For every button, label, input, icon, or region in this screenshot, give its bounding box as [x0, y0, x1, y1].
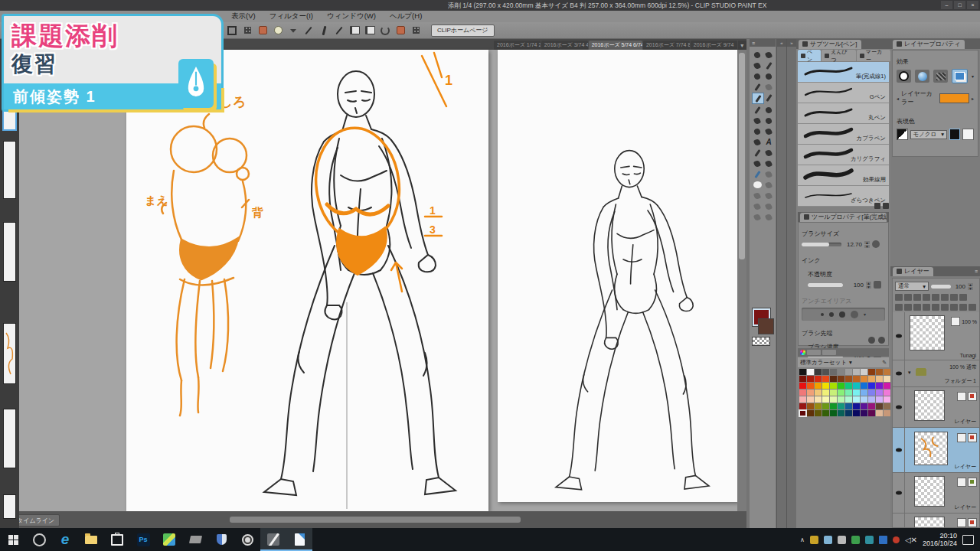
grid-icon[interactable] — [241, 24, 253, 37]
color-swatch[interactable] — [807, 410, 814, 416]
recorder-app-icon[interactable] — [234, 528, 260, 551]
volume-muted-icon[interactable]: ◁✕ — [905, 536, 917, 544]
color-swatch[interactable] — [884, 369, 890, 375]
minimize-button[interactable]: – — [941, 1, 952, 9]
color-swatch[interactable] — [822, 410, 829, 416]
color-swatch[interactable] — [868, 390, 875, 396]
color-swatch[interactable] — [815, 390, 822, 396]
extra-tool-icon[interactable] — [763, 201, 774, 211]
color-tab-icon[interactable] — [807, 350, 821, 355]
color-swatch[interactable] — [838, 369, 844, 375]
color-swatch[interactable] — [845, 396, 852, 403]
extra-tool-icon[interactable] — [752, 201, 763, 211]
layer-thumbnail[interactable] — [910, 315, 945, 350]
tray-icon[interactable] — [865, 536, 874, 544]
subtool-group-pencil[interactable]: えんぴつ — [822, 50, 856, 61]
extra-tool-icon[interactable] — [763, 180, 774, 190]
menu-window[interactable]: ウィンドウ(W) — [320, 11, 383, 22]
color-swatch[interactable] — [853, 376, 860, 382]
action-center-icon[interactable] — [962, 535, 974, 545]
color-swatch[interactable] — [822, 396, 829, 403]
airbrush-tool-icon[interactable] — [763, 105, 774, 115]
color-swatch[interactable] — [838, 396, 844, 403]
rectangle-tool-icon[interactable] — [752, 158, 763, 168]
color-swatch[interactable] — [868, 376, 875, 382]
color-swatch[interactable] — [876, 396, 883, 403]
layer-color-effect-icon[interactable] — [952, 69, 968, 83]
snap-icon[interactable] — [287, 24, 299, 37]
color-swatch[interactable] — [853, 390, 860, 396]
color-swatch[interactable] — [807, 390, 814, 396]
tray-icon[interactable] — [810, 536, 818, 544]
select-icon[interactable] — [226, 24, 238, 37]
tone-effect-icon[interactable] — [933, 70, 948, 83]
extra-tool-icon[interactable] — [763, 191, 774, 201]
mask-icon[interactable] — [950, 304, 958, 311]
ruler-snap-icon[interactable] — [318, 24, 330, 37]
color-swatch[interactable] — [861, 390, 867, 396]
wrench-icon[interactable] — [878, 337, 885, 344]
layer-row-selected[interactable]: レイヤー — [893, 428, 979, 473]
color-swatch[interactable] — [815, 369, 822, 375]
color-swatch[interactable] — [838, 390, 844, 396]
gray-app-icon[interactable] — [182, 528, 208, 551]
clip-layer-icon[interactable] — [923, 294, 930, 301]
canvas-hscrollbar[interactable] — [230, 517, 521, 523]
canvas-tab[interactable]: 2016ポーズ 7/74 8/74 — [643, 41, 690, 50]
color-swatch[interactable] — [884, 396, 890, 403]
color-swatch[interactable] — [799, 390, 806, 396]
tray-red-icon[interactable] — [893, 536, 900, 543]
layer-thumbnail[interactable] — [914, 390, 945, 421]
color-swatch[interactable] — [845, 403, 852, 409]
delete-layer-icon[interactable] — [941, 304, 949, 311]
tray-icon[interactable] — [851, 536, 860, 544]
opacity-spinner[interactable]: ▲▼ — [866, 282, 871, 289]
pencil-tool-icon[interactable] — [763, 93, 774, 103]
canvas-tab[interactable]: 2016ポーズ 3/74 4/74 — [541, 41, 588, 50]
start-button[interactable] — [0, 528, 26, 551]
color-swatch[interactable] — [799, 369, 806, 375]
clock[interactable]: 20:10 2016/10/24 — [923, 532, 957, 547]
brush-size-spinner[interactable]: ▲▼ — [864, 241, 870, 248]
page-next-icon[interactable] — [364, 24, 376, 37]
light-table-icon[interactable] — [272, 24, 284, 37]
layer-visible-icon[interactable] — [896, 491, 902, 495]
color-swatch[interactable] — [845, 410, 852, 416]
layer-thumbnail[interactable] — [914, 432, 948, 465]
color-swatch[interactable] — [830, 403, 837, 409]
color-swatch[interactable] — [815, 396, 822, 403]
color-wheel-icon[interactable] — [800, 350, 805, 355]
layer-color-menu-icon[interactable]: ▸ — [972, 96, 974, 101]
color-swatch[interactable] — [815, 383, 822, 389]
brush-item[interactable]: カブラペン — [798, 124, 889, 145]
color-swatch[interactable] — [884, 390, 890, 396]
brush-size-slider[interactable] — [802, 243, 841, 246]
menu-filter[interactable]: フィルター(I) — [263, 11, 320, 22]
material-icon[interactable] — [256, 24, 269, 37]
canvas-vscrollbar[interactable] — [737, 50, 746, 511]
color-swatch[interactable] — [838, 410, 844, 416]
black-on-swatch[interactable] — [949, 129, 961, 140]
color-swatch[interactable] — [838, 383, 844, 389]
color-swatch[interactable] — [799, 376, 806, 382]
color-swatch[interactable] — [807, 396, 814, 403]
brush-item[interactable]: 丸ペン — [798, 103, 889, 124]
color-swatch[interactable] — [876, 369, 883, 375]
blend-mode-select[interactable]: 通常▾ — [895, 282, 929, 291]
layer-opacity-slider[interactable] — [931, 285, 951, 289]
redo-icon[interactable] — [394, 24, 407, 37]
add-subtool-icon[interactable] — [874, 203, 880, 209]
layer-row[interactable]: レイヤー — [893, 387, 979, 428]
color-swatch[interactable] — [807, 376, 814, 382]
page-thumbnail[interactable] — [4, 223, 15, 281]
fill-tool-icon[interactable] — [752, 137, 763, 147]
paint-doc-taskbar-icon[interactable] — [286, 528, 312, 551]
ruler-icon[interactable] — [959, 304, 967, 311]
draft-layer-icon[interactable] — [941, 294, 949, 301]
figure-tool-icon[interactable] — [752, 148, 763, 158]
color-swatch[interactable] — [884, 403, 890, 409]
photoshop-icon[interactable]: Ps — [130, 528, 156, 551]
tool-property-tab[interactable]: ツールプロパティ[筆(完成線1)] — [800, 213, 887, 222]
color-swatch[interactable] — [838, 403, 844, 409]
color-swatch[interactable] — [830, 396, 837, 403]
